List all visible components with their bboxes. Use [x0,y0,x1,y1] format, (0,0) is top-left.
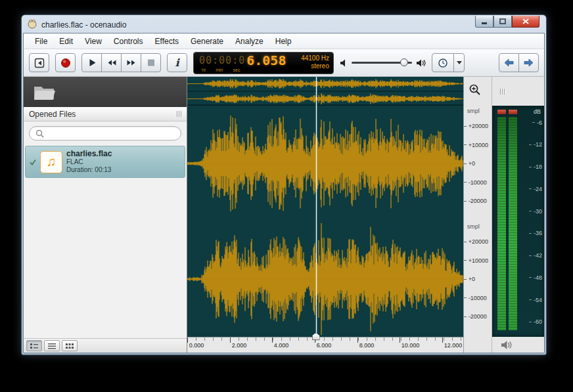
undo-back-button[interactable] [499,53,519,72]
channel-mode-label: stereo [301,62,329,70]
db-scale: dB -6 -12 -18 -24 -30 -36 -42 -48 -54 -6… [520,108,542,333]
scale-channel-left: smpl +20000 +10000 +0 -10000 -20000 [464,106,492,221]
db-unit-label: dB [534,108,541,115]
zoom-in-icon [469,83,482,97]
app-icon [27,18,37,32]
menu-item-file[interactable]: File [29,34,53,49]
time-display-unit-labels: hr min sec [202,68,240,72]
menu-item-help[interactable]: Help [269,34,298,49]
fast-forward-button[interactable] [121,53,141,72]
file-list: ♫ charlies.flac FLAC Duration: 00:13 [24,144,187,338]
search-input[interactable] [47,129,175,137]
titlebar[interactable]: charlies.flac - ocenaudio [23,16,545,33]
view-mode-bar [24,338,187,353]
menu-bar: File Edit View Controls Effects Generate… [24,33,544,49]
ruler-label: 2.000 [230,338,247,353]
speaker-low-icon [340,59,348,67]
list-icon [48,343,56,349]
ruler-label: 4.000 [272,338,289,353]
play-button[interactable] [81,53,102,72]
sample-rate-label: 44100 Hz [301,54,329,62]
scale-channel-right: smpl +20000 +10000 +0 -10000 -20000 [464,221,492,337]
waveform-canvas[interactable] [187,106,463,337]
waveform-area: 0.000 2.000 4.000 6.000 8.000 10.000 12.… [187,77,463,353]
ruler-label: 8.000 [357,338,375,353]
compact-list-view-button[interactable] [44,340,60,351]
menu-item-generate[interactable]: Generate [185,34,229,49]
monitor-speaker-icon[interactable] [501,340,513,350]
minimize-button[interactable] [475,16,493,28]
zoom-button[interactable] [467,81,484,98]
app-window: charlies.flac - ocenaudio File Edit View… [21,14,547,355]
window-title: charlies.flac - ocenaudio [41,20,126,30]
panel-drag-handle[interactable] [177,111,181,117]
check-icon [30,159,36,165]
folder-icon [33,83,55,100]
audio-file-icon: ♫ [40,151,62,173]
menu-item-view[interactable]: View [79,34,108,49]
files-panel-header [24,77,187,107]
grid-icon [66,343,74,349]
playback-cursor [316,77,317,337]
amplitude-scale: smpl +20000 +10000 +0 -10000 -20000 smpl… [463,77,492,353]
toolbar: i 00:00:0 6.058 hr min sec 44100 Hz ster… [24,49,544,77]
fast-forward-icon [126,57,137,68]
file-name: charlies.flac [66,150,112,158]
grid-view-button[interactable] [62,340,78,351]
sidebar: Opened Files ♫ charlies.flac [24,77,187,353]
time-display-value: 6.058 [245,53,286,74]
maximize-button[interactable] [493,16,512,28]
clip-indicator-left[interactable] [497,110,506,114]
time-format-control [432,53,465,72]
clock-button[interactable] [432,53,454,72]
clock-icon [438,58,448,68]
play-icon [86,57,98,68]
meter-drag-handle[interactable] [500,89,505,95]
arrow-right-icon [522,57,535,68]
overview-strip[interactable] [187,77,463,106]
close-button[interactable] [512,16,539,28]
info-button[interactable]: i [167,53,187,72]
rewind-icon [106,57,118,68]
scale-unit: smpl [467,108,480,114]
file-format: FLAC [66,158,112,166]
stop-button[interactable] [141,53,161,72]
level-meter-panel: dB -6 -12 -18 -24 -30 -36 -42 -48 -54 -6… [492,77,544,353]
opened-files-title: Opened Files [29,110,76,119]
meter-panel-header [492,77,544,106]
overview-waveform-right [187,92,463,106]
file-search-box [29,126,181,141]
meter-bar-left [497,117,506,330]
rewind-button[interactable] [101,53,122,72]
menu-item-edit[interactable]: Edit [53,34,79,49]
overview-waveform-left [187,77,463,91]
meter-bar-right [509,117,517,330]
record-button[interactable] [55,53,76,72]
file-duration: Duration: 00:13 [66,166,112,174]
clock-dropdown-button[interactable] [453,53,465,72]
meter-footer [492,337,544,353]
volume-slider[interactable] [352,62,412,64]
redo-forward-button[interactable] [518,53,539,72]
channel-right-waveform [187,221,463,337]
record-icon [60,57,72,69]
history-navigation [499,53,539,72]
scale-unit: smpl [467,223,480,230]
stop-icon [145,57,157,68]
volume-slider-thumb[interactable] [400,58,408,66]
chevron-down-icon [457,61,462,64]
info-icon: i [175,56,179,69]
clip-indicator-right[interactable] [509,110,517,114]
go-to-start-button[interactable] [29,53,49,72]
channel-left-waveform [187,106,463,221]
ruler-label: 12.000 [442,338,463,353]
menu-item-effects[interactable]: Effects [149,34,185,49]
detailed-list-view-button[interactable] [26,340,42,351]
menu-item-controls[interactable]: Controls [108,34,149,49]
file-list-item[interactable]: ♫ charlies.flac FLAC Duration: 00:13 [25,146,185,178]
time-ruler[interactable]: 0.000 2.000 4.000 6.000 8.000 10.000 12.… [187,337,463,353]
ruler-label: 0.000 [187,338,204,353]
menu-item-analyze[interactable]: Analyze [229,34,269,49]
speaker-high-icon [416,58,426,68]
volume-control [340,58,426,68]
